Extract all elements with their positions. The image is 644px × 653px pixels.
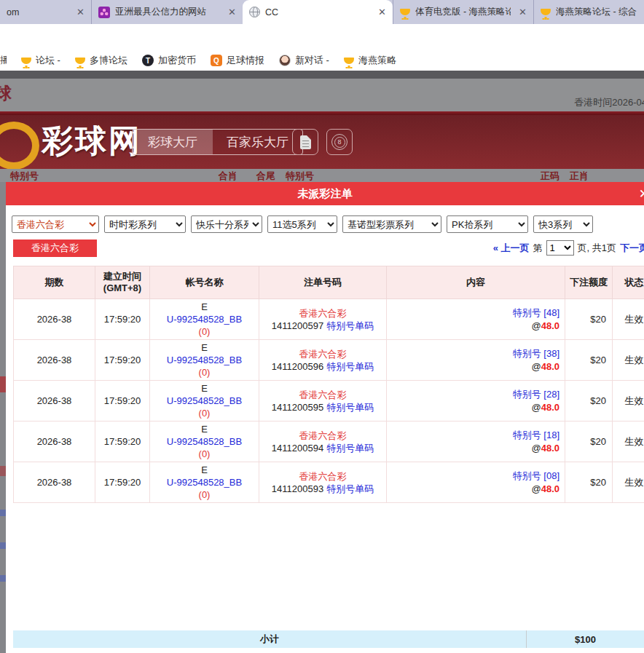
page-select[interactable]: 1 bbox=[546, 240, 574, 256]
nav-lottery-hall[interactable]: 彩球大厅 bbox=[133, 130, 213, 154]
tab-close-icon[interactable]: ✕ bbox=[519, 7, 527, 17]
browser-tab-1[interactable]: om ✕ bbox=[0, 0, 91, 24]
bookmark-duobo-forum[interactable]: 多博论坛 bbox=[75, 54, 127, 67]
ticket-number: 1411200597 bbox=[272, 320, 323, 331]
filter-hk-mark-six[interactable]: 香港六合彩 bbox=[12, 215, 99, 233]
filter-pk10-series[interactable]: PK拾系列 bbox=[447, 215, 528, 233]
next-page-link[interactable]: 下一页 bbox=[620, 242, 644, 255]
bet-type-label: 正码 bbox=[541, 170, 559, 183]
cell-period: 2026-38 bbox=[14, 340, 95, 381]
cell-status: 生效 bbox=[613, 422, 644, 462]
tab-title: om bbox=[7, 7, 68, 17]
prev-page-link[interactable]: « 上一页 bbox=[493, 242, 530, 255]
bookmark-new-chat[interactable]: 新对话 - bbox=[279, 54, 329, 67]
unsettled-bets-modal: 未派彩注单 ✕ 香港六合彩 时时彩系列 快乐十分系列 11选5系列 基诺型彩票系… bbox=[6, 182, 644, 653]
report-button[interactable] bbox=[292, 129, 318, 155]
pick-link[interactable]: 特别号 [28] bbox=[390, 388, 559, 401]
cell-content: 特别号 [28]@48.0 bbox=[387, 381, 565, 422]
ticket-type-link[interactable]: 特别号单码 bbox=[326, 320, 374, 331]
game-name: 香港六合彩 bbox=[262, 348, 383, 360]
col-created-time: 建立时间(GMT+8) bbox=[95, 266, 150, 299]
cell-account: EU-992548528_BB(0) bbox=[150, 381, 259, 422]
odds-at: @ bbox=[531, 443, 541, 454]
cell-status: 生效 bbox=[613, 299, 644, 340]
cell-amount: $20 bbox=[565, 299, 613, 340]
pick-link[interactable]: 特别号 [48] bbox=[390, 306, 559, 320]
tab-title: CC bbox=[265, 7, 370, 17]
filter-keno-series[interactable]: 基诺型彩票系列 bbox=[342, 215, 441, 233]
trophy-icon bbox=[344, 58, 354, 64]
ticket-number: 1411200595 bbox=[272, 402, 323, 413]
pick-link[interactable]: 特别号 [08] bbox=[390, 470, 559, 483]
cell-time: 17:59:20 bbox=[95, 462, 150, 503]
bookmark-crypto[interactable]: 加密货币 bbox=[142, 54, 196, 67]
bookmark-partial[interactable]: 播 bbox=[0, 54, 7, 67]
cell-ticket: 香港六合彩1411200597特别号单码 bbox=[259, 299, 387, 340]
browser-tab-2[interactable]: 亚洲最具公信力的网站 ✕ bbox=[91, 0, 243, 24]
subtotal-label: 小计 bbox=[13, 633, 526, 646]
cell-ticket: 香港六合彩1411200596特别号单码 bbox=[259, 340, 387, 381]
unsettled-bets-table: 期数 建立时间(GMT+8) 帐号名称 注单号码 内容 下注额度 状态 2026… bbox=[13, 266, 644, 503]
game-name: 香港六合彩 bbox=[262, 430, 383, 442]
tab-close-icon[interactable]: ✕ bbox=[228, 7, 236, 17]
account-link[interactable]: U-992548528_BB bbox=[153, 354, 256, 366]
pick-link[interactable]: 特别号 [18] bbox=[390, 429, 559, 442]
ticket-number: 1411200593 bbox=[272, 483, 323, 494]
eight-ball-icon bbox=[331, 134, 347, 150]
bookmark-haiyan[interactable]: 海燕策略 bbox=[344, 54, 396, 67]
col-content: 内容 bbox=[387, 266, 565, 299]
browser-tab-active[interactable]: CC ✕ bbox=[243, 0, 393, 24]
football-q-icon bbox=[211, 55, 222, 66]
site-header: 彩球网 彩球大厅 百家乐大厅 bbox=[0, 115, 644, 169]
ticket-type-link[interactable]: 特别号单码 bbox=[326, 443, 374, 454]
tab-close-icon[interactable]: ✕ bbox=[378, 7, 386, 17]
bookmark-label: 论坛 - bbox=[36, 54, 60, 67]
filter-11x5-series[interactable]: 11选5系列 bbox=[267, 215, 337, 233]
tab-close-icon[interactable]: ✕ bbox=[76, 7, 85, 17]
account-link[interactable]: U-992548528_BB bbox=[153, 313, 256, 325]
cell-period: 2026-38 bbox=[14, 422, 95, 462]
cell-status: 生效 bbox=[613, 381, 644, 422]
ticket-type-link[interactable]: 特别号单码 bbox=[326, 402, 374, 413]
ticket-type-link[interactable]: 特别号单码 bbox=[326, 361, 374, 372]
account-link[interactable]: U-992548528_BB bbox=[153, 395, 256, 407]
filter-klsf-series[interactable]: 快乐十分系列 bbox=[191, 215, 262, 233]
page-count-label: 页, 共1页 bbox=[578, 242, 616, 255]
cell-time: 17:59:20 bbox=[95, 422, 150, 462]
bookmark-forum[interactable]: 论坛 - bbox=[21, 54, 60, 67]
nav-baccarat-hall[interactable]: 百家乐大厅 bbox=[213, 130, 302, 154]
bet-type-label: 合尾 bbox=[256, 170, 275, 183]
bet-type-label: 正肖 bbox=[570, 170, 589, 183]
bet-row: 2026-38 17:59:20 EU-992548528_BB(0) 香港六合… bbox=[14, 299, 644, 340]
ticket-type-link[interactable]: 特别号单码 bbox=[326, 483, 374, 494]
account-link[interactable]: U-992548528_BB bbox=[153, 435, 256, 448]
odds-at: @ bbox=[531, 402, 541, 413]
bet-type-label: 特别号 bbox=[286, 170, 314, 183]
filter-k3-series[interactable]: 快3系列 bbox=[533, 215, 593, 233]
trophy-favicon-icon bbox=[541, 9, 551, 15]
bet-row: 2026-38 17:59:20 EU-992548528_BB(0) 香港六合… bbox=[14, 381, 644, 422]
pick-link[interactable]: 特别号 [38] bbox=[390, 347, 559, 360]
account-line: E bbox=[153, 464, 256, 476]
browser-tab-4[interactable]: 体育电竞版 - 海燕策略论坛 ✕ bbox=[393, 0, 533, 24]
modal-title: 未派彩注单 bbox=[298, 187, 353, 201]
account-link[interactable]: U-992548528_BB bbox=[153, 476, 256, 488]
odds-at: @ bbox=[531, 483, 541, 494]
flower-favicon-icon bbox=[98, 7, 110, 18]
bookmark-label: 新对话 - bbox=[295, 54, 329, 67]
cell-amount: $20 bbox=[565, 381, 613, 422]
cell-time: 17:59:20 bbox=[95, 340, 150, 381]
cell-ticket: 香港六合彩1411200594特别号单码 bbox=[259, 422, 387, 462]
close-icon[interactable]: ✕ bbox=[639, 186, 644, 202]
cell-account: EU-992548528_BB(0) bbox=[150, 299, 259, 340]
cell-account: EU-992548528_BB(0) bbox=[150, 462, 259, 503]
tab-hk-mark-six[interactable]: 香港六合彩 bbox=[13, 240, 97, 257]
col-status: 状态 bbox=[613, 266, 644, 299]
filter-ssc-series[interactable]: 时时彩系列 bbox=[104, 215, 186, 233]
cell-time: 17:59:20 bbox=[95, 381, 150, 422]
lottery-ball-button[interactable] bbox=[326, 129, 353, 155]
subtotal-amount: $100 bbox=[526, 630, 644, 648]
tab-title: 海燕策略论坛 - 综合 bbox=[556, 6, 637, 18]
browser-tab-5[interactable]: 海燕策略论坛 - 综合 bbox=[533, 0, 644, 24]
bookmark-football-intel[interactable]: 足球情报 bbox=[211, 54, 264, 67]
